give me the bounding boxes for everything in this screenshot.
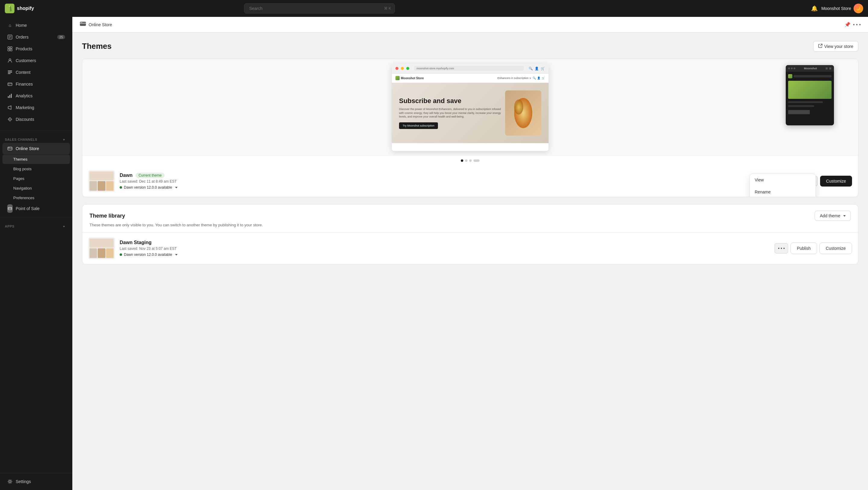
carousel-dot-3[interactable] <box>469 159 472 162</box>
svg-point-14 <box>9 85 9 85</box>
svg-rect-24 <box>8 207 12 210</box>
add-apps-btn[interactable]: + <box>63 224 65 228</box>
store-switcher[interactable]: Moonshot Store 🌙 <box>821 4 863 13</box>
svg-point-30 <box>82 22 82 23</box>
browser-dot-yellow <box>401 67 404 70</box>
context-menu: View Rename Duplicate Download theme fil… <box>749 174 816 197</box>
staging-col-1 <box>90 248 97 258</box>
sidebar-item-marketing[interactable]: Marketing <box>2 102 70 113</box>
version-dot <box>120 186 122 189</box>
hero-text: Subscribe and save Discover the power of… <box>399 97 505 129</box>
secondary-nav-text <box>794 75 832 78</box>
browser-dot-green <box>406 67 409 70</box>
add-sales-channel-btn[interactable]: + <box>63 138 65 141</box>
staging-theme-name-row: Dawn Staging <box>120 240 770 245</box>
page-header-actions: 📌 • • • <box>844 22 861 27</box>
secondary-text-2 <box>788 105 814 107</box>
store-nav-logo: Moonshot Store <box>396 76 424 80</box>
external-link-icon <box>818 44 823 49</box>
sidebar-item-customers[interactable]: Customers <box>2 55 70 66</box>
svg-point-32 <box>514 99 523 115</box>
publish-button[interactable]: Publish <box>790 243 817 254</box>
staging-version-chevron-icon[interactable] <box>175 254 178 255</box>
nav-search: 🔍 <box>532 76 536 80</box>
pin-button[interactable]: 📌 <box>844 22 850 27</box>
svg-rect-11 <box>8 73 10 74</box>
sidebar-subitem-preferences[interactable]: Preferences <box>2 193 70 203</box>
cart-nav-icon: 🛒 <box>541 67 545 70</box>
carousel-dot-4[interactable] <box>473 159 479 162</box>
person-nav-icon: 👤 <box>535 67 539 70</box>
search-input[interactable] <box>244 3 395 13</box>
theme-version-text: Dawn version 12.0.0 available <box>124 185 172 189</box>
page-header: Online Store 📌 • • • <box>72 17 868 33</box>
orders-badge: 25 <box>57 35 65 39</box>
secondary-hero-img <box>788 81 832 99</box>
staging-customize-button[interactable]: Customize <box>819 243 852 254</box>
sidebar-label-discounts: Discounts <box>16 117 34 122</box>
page-header-title: Online Store <box>89 22 112 27</box>
current-theme-card: moonshot-store.myshopify.com 🔍 👤 🛒 Moons… <box>82 59 858 197</box>
sidebar-item-finances[interactable]: Finances <box>2 78 70 90</box>
sidebar-label-pos: Point of Sale <box>16 206 39 211</box>
sidebar-item-settings[interactable]: Settings <box>2 476 70 487</box>
staging-version-text: Dawn version 12.0.0 available <box>124 252 172 257</box>
more-options-button[interactable]: • • • <box>853 22 861 27</box>
sidebar-item-discounts[interactable]: % Discounts <box>2 114 70 125</box>
hero-section: Subscribe and save Discover the power of… <box>392 83 549 143</box>
context-view-label: View <box>755 178 764 182</box>
context-menu-rename[interactable]: Rename <box>750 186 815 197</box>
sec-search-icon: ⊞ <box>826 67 828 70</box>
sidebar-item-content[interactable]: Content <box>2 67 70 78</box>
search-container: ⌘ K <box>244 3 395 13</box>
sidebar-item-pos[interactable]: Point of Sale <box>2 203 70 214</box>
sidebar-subitem-themes[interactable]: Themes <box>2 155 70 164</box>
staging-thumb-hero <box>90 239 114 248</box>
staging-theme-thumbnail <box>88 238 115 259</box>
hero-cta-button[interactable]: Try Moonshot subscription <box>399 122 438 129</box>
pos-icon <box>7 206 13 211</box>
sidebar-subitem-navigation[interactable]: Navigation <box>2 184 70 193</box>
svg-rect-15 <box>8 96 9 98</box>
sidebar-subitem-pages[interactable]: Pages <box>2 174 70 183</box>
store-nav-logo-icon <box>396 76 400 80</box>
version-chevron-icon[interactable] <box>175 187 178 188</box>
carousel-dot-1[interactable] <box>461 159 463 162</box>
home-icon <box>7 23 13 28</box>
sidebar-item-products[interactable]: Products <box>2 43 70 55</box>
sales-channels-label: Sales channels + <box>0 134 72 143</box>
view-store-label: View your store <box>824 44 853 49</box>
sidebar-item-online-store[interactable]: Online Store <box>2 143 70 154</box>
sidebar-divider-1 <box>0 130 72 130</box>
notification-bell-icon[interactable]: 🔔 <box>811 5 818 12</box>
svg-rect-4 <box>8 47 10 49</box>
context-menu-view[interactable]: View <box>750 174 815 186</box>
sidebar-subitem-blog-posts[interactable]: Blog posts <box>2 164 70 174</box>
current-theme-badge: Current theme <box>135 173 165 178</box>
orders-icon <box>7 34 13 40</box>
sidebar: Home Orders 25 Products Customers <box>0 17 72 490</box>
view-store-button[interactable]: View your store <box>813 41 858 52</box>
customize-button[interactable]: Customize <box>820 176 852 187</box>
sidebar-apps-section: Apps + <box>0 220 72 229</box>
staging-version-row: Dawn version 12.0.0 available <box>120 252 770 257</box>
svg-point-23 <box>9 147 10 148</box>
staging-more-button[interactable]: • • • <box>775 243 788 253</box>
sidebar-item-orders[interactable]: Orders 25 <box>2 31 70 43</box>
theme-last-saved: Last saved: Dec 11 at 8:49 am EST <box>120 179 799 184</box>
search-nav-icon: 🔍 <box>529 67 533 70</box>
svg-rect-17 <box>11 94 12 98</box>
add-theme-button[interactable]: Add theme <box>815 211 851 221</box>
sidebar-item-home[interactable]: Home <box>2 20 70 31</box>
theme-thumbnail <box>88 170 115 192</box>
topbar-logo[interactable]: shopify <box>5 4 34 13</box>
svg-rect-7 <box>10 49 12 51</box>
carousel-dot-2[interactable] <box>465 159 467 162</box>
context-rename-label: Rename <box>755 189 771 194</box>
browser-mockup-main: moonshot-store.myshopify.com 🔍 👤 🛒 Moons… <box>392 64 549 151</box>
sidebar-item-analytics[interactable]: Analytics <box>2 90 70 101</box>
thumb-col-2 <box>98 181 105 191</box>
sidebar-label-content: Content <box>16 70 30 75</box>
add-theme-label: Add theme <box>820 213 840 218</box>
nav-person: 👤 <box>537 76 540 80</box>
